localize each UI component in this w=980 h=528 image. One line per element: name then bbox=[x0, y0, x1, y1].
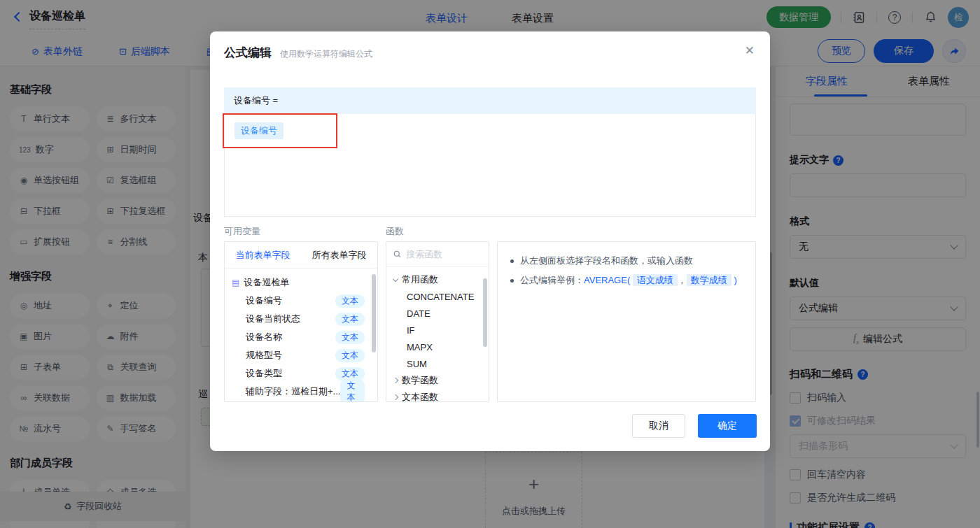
function-item[interactable]: IF bbox=[393, 322, 489, 338]
formula-editor-area: 设备编号 = 设备编号 bbox=[224, 87, 756, 217]
function-item[interactable]: SUM bbox=[393, 355, 489, 372]
type-tag: 文本 bbox=[335, 294, 365, 308]
bullet-icon bbox=[510, 259, 514, 263]
type-tag: 文本 bbox=[335, 349, 365, 362]
chevron-right-icon bbox=[393, 394, 398, 400]
document-icon: ▤ bbox=[232, 278, 239, 287]
variables-label: 可用变量 bbox=[224, 225, 260, 238]
variable-row[interactable]: 设备当前状态文本 bbox=[232, 310, 373, 328]
function-group-common[interactable]: 常用函数 bbox=[393, 271, 489, 288]
function-item[interactable]: CONCATENATE bbox=[393, 288, 489, 305]
example-chip: 数学成绩 bbox=[687, 274, 732, 286]
example-chip: 语文成绩 bbox=[633, 274, 678, 286]
variable-row[interactable]: 设备名称文本 bbox=[232, 328, 373, 346]
app-root: 设备巡检单 表单设计 表单设置 数据管理 ? bbox=[0, 0, 980, 528]
cancel-button[interactable]: 取消 bbox=[632, 414, 685, 438]
modal-title: 公式编辑 bbox=[224, 45, 272, 61]
search-icon bbox=[393, 250, 401, 259]
type-tag: 文本 bbox=[335, 313, 365, 326]
hint-line-1: 从左侧面板选择字段名和函数，或输入函数 bbox=[520, 254, 693, 268]
chevron-down-icon bbox=[393, 276, 398, 282]
function-item[interactable]: MAPX bbox=[393, 338, 489, 355]
variables-panel: 当前表单字段 所有表单字段 ▤设备巡检单 设备编号文本 设备当前状态文本 设备名… bbox=[224, 241, 378, 402]
function-group-math[interactable]: 数学函数 bbox=[393, 372, 489, 389]
variables-scrollbar[interactable] bbox=[372, 274, 376, 352]
formula-editor-modal: 公式编辑 使用数学运算符编辑公式 ✕ 设备编号 = 设备编号 可用变量 函数 当… bbox=[210, 31, 770, 451]
hint-line-2: 公式编辑举例：AVERAGE( 语文成绩，数学成绩 ) bbox=[520, 273, 737, 287]
confirm-button[interactable]: 确定 bbox=[698, 414, 757, 438]
formula-variable-chip[interactable]: 设备编号 bbox=[234, 122, 284, 139]
function-search[interactable] bbox=[386, 242, 489, 267]
variable-row[interactable]: 规格型号文本 bbox=[232, 346, 373, 364]
formula-target: 设备编号 = bbox=[224, 87, 756, 114]
function-item[interactable]: DATE bbox=[393, 305, 489, 322]
variable-row[interactable]: 辅助字段：巡检日期+...文本 bbox=[232, 383, 373, 401]
tab-all-form-fields[interactable]: 所有表单字段 bbox=[301, 242, 377, 268]
type-tag: 文本 bbox=[335, 331, 365, 344]
function-group-text[interactable]: 文本函数 bbox=[393, 389, 489, 402]
close-icon[interactable]: ✕ bbox=[745, 43, 755, 58]
functions-panel: 常用函数 CONCATENATE DATE IF MAPX SUM 数学函数 文… bbox=[386, 241, 489, 402]
functions-label: 函数 bbox=[386, 225, 404, 238]
type-tag: 文本 bbox=[335, 367, 365, 380]
tab-current-form-fields[interactable]: 当前表单字段 bbox=[225, 242, 301, 268]
chevron-right-icon bbox=[393, 378, 398, 383]
variable-row[interactable]: 设备编号文本 bbox=[232, 292, 373, 310]
bullet-icon bbox=[510, 279, 514, 283]
formula-input-area[interactable]: 设备编号 bbox=[224, 114, 756, 217]
function-search-input[interactable] bbox=[406, 249, 482, 259]
functions-scrollbar[interactable] bbox=[483, 278, 487, 347]
modal-subtitle: 使用数学运算符编辑公式 bbox=[280, 48, 372, 60]
hint-panel: 从左侧面板选择字段名和函数，或输入函数 公式编辑举例：AVERAGE( 语文成绩… bbox=[497, 241, 756, 402]
tree-root-form[interactable]: ▤设备巡检单 bbox=[232, 273, 373, 292]
type-tag: 文本 bbox=[340, 379, 365, 402]
